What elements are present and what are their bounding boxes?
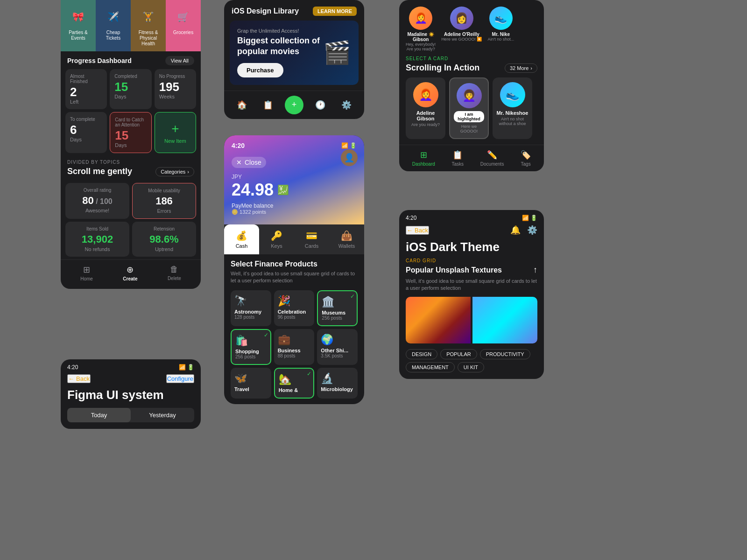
tags-icon: 🏷️ <box>521 150 531 160</box>
cat-microbiology[interactable]: 🔬 Microbiology <box>317 368 358 399</box>
bell-icon[interactable]: 🔔 <box>510 225 521 235</box>
cat-business[interactable]: 💼 Business 88 posts <box>274 329 315 365</box>
configure-button[interactable]: Configure <box>166 374 194 383</box>
close-button[interactable]: ✕ Close <box>232 157 266 168</box>
cat-travel[interactable]: 🦋 Travel <box>231 368 271 399</box>
jpy-section: JPY 24.98 💹 PayMee balance 🪙 1322 points <box>232 174 357 215</box>
museums-posts: 256 posts <box>322 315 353 321</box>
tickets-icon: ✈️ <box>103 7 124 27</box>
learn-more-button[interactable]: LEARN MORE <box>313 7 357 16</box>
to-complete-number: 6 <box>70 124 102 136</box>
nav-home[interactable]: ⊞ Home <box>80 265 93 281</box>
close-label: Close <box>245 159 261 166</box>
nav-plus-ios[interactable]: + <box>285 96 303 114</box>
nav-home-ios[interactable]: 🏠 <box>233 96 251 114</box>
tab-dashboard[interactable]: ⊞ Dashboard <box>412 150 435 167</box>
groceries-label: Groceries <box>173 30 193 35</box>
card-grid-label: CARD GRID <box>399 258 544 263</box>
figma-date-tabs: Today Yesterday <box>67 408 194 422</box>
purchase-button[interactable]: Purchase <box>237 63 283 77</box>
tags-tab-label: Tags <box>521 161 531 167</box>
card-highlighted-img: 👩‍🦱 <box>457 83 482 108</box>
chevron-right-icon: › <box>187 169 189 175</box>
tab-today[interactable]: Today <box>67 408 131 422</box>
finance-header: 4:20 📶 🔋 ✕ Close 👤 JPY 24.98 💹 PayMee ba… <box>224 135 364 224</box>
figma-nav: ← Back Configure <box>61 374 201 388</box>
card-highlighted[interactable]: 👩‍🦱 I am highlighted Here we GOOOO! <box>449 77 489 139</box>
no-progress-label: No Progress <box>159 74 191 79</box>
nav-create[interactable]: ⊕ Create <box>123 265 137 281</box>
delete-label: Delete <box>168 276 181 281</box>
tab-yesterday[interactable]: Yesterday <box>131 408 194 422</box>
scroll-title: Scroll me gently <box>67 167 132 176</box>
documents-icon: ✏️ <box>487 150 497 160</box>
cat-museums[interactable]: ✓ 🏛️ Museums 256 posts <box>317 290 358 326</box>
metric-items-sold: Items Sold 13,902 No refunds <box>65 222 129 257</box>
metric-overall-rating: Overall rating 80 / 100 Awesome! <box>65 183 129 219</box>
new-item-card[interactable]: + New Item <box>155 112 196 153</box>
scrolling-title: Scrolling In Action <box>406 63 479 73</box>
card-mr-nikeshoe[interactable]: 👟 Mr. Nikeshoe Ain't no shot without a s… <box>493 77 532 139</box>
nav-list-ios[interactable]: 📋 <box>259 96 277 114</box>
tab-wallets[interactable]: 👜 Wallets <box>329 224 364 254</box>
figma-back-button[interactable]: ← Back <box>67 374 91 383</box>
celebration-icon: 🎉 <box>278 295 311 307</box>
card-grid-desc: Well, it's good idea to use small square… <box>399 278 544 297</box>
figma-panel: 4:20 📶 🔋 ← Back Configure Figma UI syste… <box>61 359 201 429</box>
card-grid-header: Popular Unsplash Textures ↑ <box>399 263 544 278</box>
tag-popular[interactable]: POPULAR <box>440 349 477 359</box>
tag-design[interactable]: DESIGN <box>406 349 437 359</box>
share-icon[interactable]: ↑ <box>533 265 537 275</box>
finance-body: Select Finance Products Well, it's good … <box>224 254 364 404</box>
tab-cards[interactable]: 💳 Cards <box>294 224 329 254</box>
progress-dashboard-panel: 🎀 Parties & Events ✈️ Cheap Tickets 🏋️ F… <box>61 0 201 289</box>
dark-signal-icons: 📶 🔋 <box>522 215 537 221</box>
card-adeline-status: Are you ready? <box>409 122 442 127</box>
nav-gear-ios[interactable]: ⚙️ <box>337 96 356 114</box>
categories-button[interactable]: Categories › <box>155 167 194 176</box>
banner-main-title: Biggest collection of popular movies <box>237 35 323 57</box>
nav-clock-ios[interactable]: 🕐 <box>311 96 330 114</box>
dark-back-button[interactable]: ← Back <box>406 226 429 235</box>
tab-tasks[interactable]: 📋 Tasks <box>452 150 464 167</box>
paymee-balance-label: PayMee balance <box>232 203 357 209</box>
app-icon-groceries[interactable]: 🛒 Groceries <box>166 0 201 51</box>
tab-tags[interactable]: 🏷️ Tags <box>521 150 531 167</box>
progress-header: Progress Dashboard View All <box>61 51 201 69</box>
finance-avatar: 👤 <box>341 149 358 166</box>
cat-celebration[interactable]: 🎉 Celebration 96 posts <box>274 290 315 326</box>
create-icon: ⊕ <box>127 265 134 275</box>
app-icon-tickets[interactable]: ✈️ Cheap Tickets <box>96 0 131 51</box>
paymee-points: 🪙 1322 points <box>232 209 357 215</box>
cat-shopping[interactable]: ✓ 🛍️ Shopping 256 posts <box>231 329 271 365</box>
tag-productivity[interactable]: PRODUCTIVITY <box>480 349 530 359</box>
overall-rating-label: Overall rating <box>70 188 125 193</box>
tickets-label: Cheap Tickets <box>99 30 128 41</box>
home-icon: ⊞ <box>83 265 90 275</box>
tab-cash[interactable]: 💰 Cash <box>224 224 259 254</box>
nav-delete[interactable]: 🗑 Delete <box>168 265 181 281</box>
figma-signal-icons: 📶 🔋 <box>179 364 194 371</box>
travel-name: Travel <box>234 386 268 392</box>
app-icon-fitness[interactable]: 🏋️ Fitness & Physical Health <box>131 0 166 51</box>
more-button[interactable]: 32 More › <box>505 63 537 73</box>
view-all-button[interactable]: View All <box>165 56 194 65</box>
dark-status-bar: 4:20 📶 🔋 <box>399 210 544 225</box>
cat-other[interactable]: 🌍 Other Shi... 3.5K posts <box>317 329 358 365</box>
card-catch-label: Card to Catch an Attention <box>115 117 146 127</box>
cash-label: Cash <box>236 243 248 249</box>
banner-content: Grap the Unlimited Access! Biggest colle… <box>237 28 323 77</box>
mobile-usability-label: Mobile usability <box>137 188 191 193</box>
card-adeline-gibson[interactable]: 👩‍🦰 Adeline Gibson Are you ready? <box>406 77 445 139</box>
tag-management[interactable]: MANAGEMENT <box>406 362 455 372</box>
tab-keys[interactable]: 🔑 Keys <box>259 224 294 254</box>
settings-icon[interactable]: ⚙️ <box>527 225 537 235</box>
banner-small-text: Grap the Unlimited Access! <box>237 28 323 34</box>
shopping-check-icon: ✓ <box>264 332 268 338</box>
cat-home[interactable]: ✓ 🏡 Home & <box>274 368 315 399</box>
app-icon-parties[interactable]: 🎀 Parties & Events <box>61 0 96 51</box>
tab-documents[interactable]: ✏️ Documents <box>480 150 504 167</box>
cat-astronomy[interactable]: 🔭 Astronomy 128 posts <box>231 290 271 326</box>
adeline-name: Adeline O'Reilly <box>441 32 482 37</box>
tag-ui-kit[interactable]: UI KIT <box>458 362 484 372</box>
